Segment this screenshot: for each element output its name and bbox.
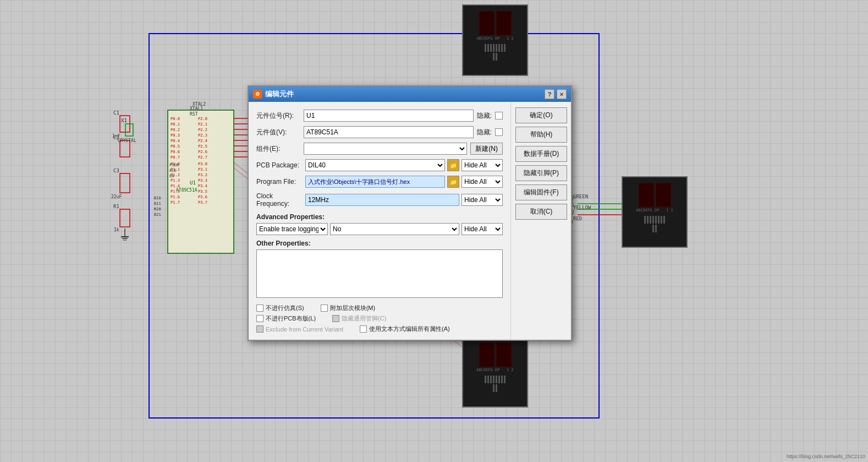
adv-property-combo[interactable]: Enable trace logging bbox=[256, 223, 328, 235]
value-label: 元件值(V): bbox=[256, 128, 300, 137]
clock-label: Clock Frequency: bbox=[256, 192, 303, 208]
dialog-title-right: ? × bbox=[545, 89, 567, 99]
adv-label: Advanced Properties: bbox=[256, 213, 503, 221]
exclude-variant-checkbox-item[interactable]: Exclude from Current Variant bbox=[256, 325, 343, 333]
group-combo[interactable] bbox=[304, 143, 467, 155]
program-file-input[interactable] bbox=[305, 176, 445, 188]
no-pcb-checkbox-item[interactable]: 不进行PCB布版(L) bbox=[256, 314, 316, 323]
cancel-button[interactable]: 取消(C) bbox=[515, 204, 567, 220]
svg-text:R1: R1 bbox=[113, 204, 119, 209]
dialog-sidebar: 确定(O) 帮助(H) 数据手册(D) 隐藏引脚(P) 编辑固件(F) 取消(C… bbox=[510, 102, 571, 340]
edit-text-label: 使用文本方式编辑所有属性(A) bbox=[369, 325, 450, 333]
seg-display-top: ABCDEFG DP 1 2 bbox=[462, 4, 528, 76]
ref-input[interactable] bbox=[304, 110, 474, 122]
other-properties-textarea[interactable] bbox=[256, 249, 503, 298]
no-sim-checkbox[interactable] bbox=[256, 305, 263, 312]
attach-module-label: 附加层次模块(M) bbox=[330, 304, 376, 312]
edit-component-dialog: ⚙ 编辑元件 ? × 元件位号(R): 隐藏: 元件值(V): 隐藏: bbox=[248, 85, 572, 341]
red-label: RED bbox=[573, 216, 582, 221]
group-new-button[interactable]: 新建(N) bbox=[470, 143, 503, 155]
exclude-variant-label: Exclude from Current Variant bbox=[266, 326, 343, 333]
close-button-titlebar[interactable]: × bbox=[557, 89, 567, 99]
pcb-label: PCB Package: bbox=[256, 161, 303, 169]
svg-text:C1: C1 bbox=[113, 110, 119, 116]
seg-digit-2 bbox=[496, 11, 512, 35]
ref-row: 元件位号(R): 隐藏: bbox=[256, 110, 503, 122]
seg-display-bottom: ABCDEFG DP 1 2 bbox=[462, 336, 528, 407]
program-file-row: Program File: 📁 Hide All bbox=[256, 176, 503, 188]
group-row: 组件(E): 新建(N) bbox=[256, 143, 503, 155]
svg-text:1k: 1k bbox=[114, 227, 119, 232]
datasheet-button[interactable]: 数据手册(D) bbox=[515, 146, 567, 162]
seg-digit-1 bbox=[479, 11, 495, 35]
seg-display-right: ABCDEFG DP 1 2 bbox=[622, 176, 688, 248]
other-label: Other Properties: bbox=[256, 240, 503, 247]
ref-hide-label: 隐藏: bbox=[477, 111, 492, 121]
svg-rect-41 bbox=[120, 140, 130, 157]
no-pcb-checkbox[interactable] bbox=[256, 315, 263, 322]
seg-labels-top: ABCDEFG DP 1 2 bbox=[466, 36, 524, 41]
attach-module-checkbox-item[interactable]: 附加层次模块(M) bbox=[321, 304, 376, 312]
help-button-titlebar[interactable]: ? bbox=[545, 89, 554, 99]
clock-frequency-row: Clock Frequency: Hide All bbox=[256, 192, 503, 208]
edit-text-checkbox[interactable] bbox=[360, 325, 367, 333]
ok-button[interactable]: 确定(O) bbox=[515, 107, 567, 123]
program-hide-combo[interactable]: Hide All bbox=[462, 176, 503, 188]
hide-pins-button[interactable]: 隐藏引脚(P) bbox=[515, 165, 567, 181]
attach-module-checkbox[interactable] bbox=[321, 305, 328, 312]
adv-value-combo[interactable]: No bbox=[330, 223, 459, 235]
no-sim-checkbox-item[interactable]: 不进行仿真(S) bbox=[256, 304, 304, 312]
program-browse-button[interactable]: 📁 bbox=[447, 176, 459, 188]
pcb-hide-combo[interactable]: Hide All bbox=[462, 159, 503, 171]
svg-text:22uF: 22uF bbox=[111, 194, 122, 199]
other-properties-section: Other Properties: bbox=[256, 240, 503, 300]
checkbox-row-1: 不进行仿真(S) 附加层次模块(M) bbox=[256, 304, 503, 312]
svg-text:X1: X1 bbox=[121, 118, 127, 123]
svg-rect-43 bbox=[125, 124, 133, 136]
seg-labels-right: ABCDEFG DP 1 2 bbox=[626, 208, 683, 213]
checkbox-row-2: 不进行PCB布版(L) 隐藏通用管脚(C) bbox=[256, 314, 503, 323]
dialog-titlebar: ⚙ 编辑元件 ? × bbox=[249, 86, 571, 102]
exclude-variant-checkbox[interactable] bbox=[256, 325, 263, 333]
svg-rect-46 bbox=[120, 173, 130, 193]
pcb-package-combo[interactable]: DIL40 bbox=[305, 159, 445, 171]
value-hide-label: 隐藏: bbox=[477, 128, 492, 137]
dialog-title-left: ⚙ 编辑元件 bbox=[253, 89, 294, 99]
edit-firmware-button[interactable]: 编辑固件(F) bbox=[515, 184, 567, 200]
group-label: 组件(E): bbox=[256, 144, 300, 154]
value-input[interactable] bbox=[304, 126, 474, 138]
seg-digit-5 bbox=[639, 183, 654, 207]
yellow-label: YELLOW bbox=[573, 205, 591, 210]
pcb-browse-button[interactable]: 📁 bbox=[447, 159, 459, 171]
adv-hide-combo[interactable]: Hide All bbox=[462, 223, 503, 235]
svg-rect-38 bbox=[120, 116, 130, 132]
seg-digit-6 bbox=[656, 183, 671, 207]
svg-rect-49 bbox=[120, 209, 130, 227]
help-button[interactable]: 帮助(H) bbox=[515, 127, 567, 143]
no-sim-label: 不进行仿真(S) bbox=[266, 304, 304, 312]
dialog-body: 元件位号(R): 隐藏: 元件值(V): 隐藏: 组件(E): 新建(N) bbox=[249, 102, 571, 340]
checkbox-section: 不进行仿真(S) 附加层次模块(M) 不进行PCB布版(L) 隐藏通用管脚(C) bbox=[256, 304, 503, 333]
svg-text:1nF: 1nF bbox=[112, 134, 120, 139]
hide-common-pins-checkbox[interactable] bbox=[332, 315, 339, 322]
program-label: Program File: bbox=[256, 178, 303, 186]
clock-input[interactable] bbox=[305, 194, 459, 206]
ref-label: 元件位号(R): bbox=[256, 111, 300, 121]
seg-labels-bottom: ABCDEFG DP 1 2 bbox=[466, 368, 524, 372]
edit-text-checkbox-item[interactable]: 使用文本方式编辑所有属性(A) bbox=[360, 325, 450, 333]
advanced-properties-section: Advanced Properties: Enable trace loggin… bbox=[256, 213, 503, 235]
value-row: 元件值(V): 隐藏: bbox=[256, 126, 503, 138]
value-hide-checkbox[interactable] bbox=[495, 128, 503, 136]
hide-common-pins-label: 隐藏通用管脚(C) bbox=[342, 314, 386, 323]
hide-common-pins-checkbox-item[interactable]: 隐藏通用管脚(C) bbox=[332, 314, 386, 323]
seg-digit-4 bbox=[496, 343, 512, 367]
watermark: https://blog.csdn.net/webi_25C2110 bbox=[787, 454, 865, 459]
checkbox-row-3: Exclude from Current Variant 使用文本方式编辑所有属… bbox=[256, 325, 503, 333]
dialog-title-text: 编辑元件 bbox=[265, 89, 294, 99]
clock-hide-combo[interactable]: Hide All bbox=[462, 194, 503, 206]
seg-digit-3 bbox=[479, 343, 495, 367]
pcb-package-row: PCB Package: DIL40 📁 Hide All bbox=[256, 159, 503, 171]
svg-text:CRYSTAL: CRYSTAL bbox=[118, 138, 136, 143]
adv-row: Enable trace logging No Hide All bbox=[256, 223, 503, 235]
ref-hide-checkbox[interactable] bbox=[495, 112, 503, 119]
